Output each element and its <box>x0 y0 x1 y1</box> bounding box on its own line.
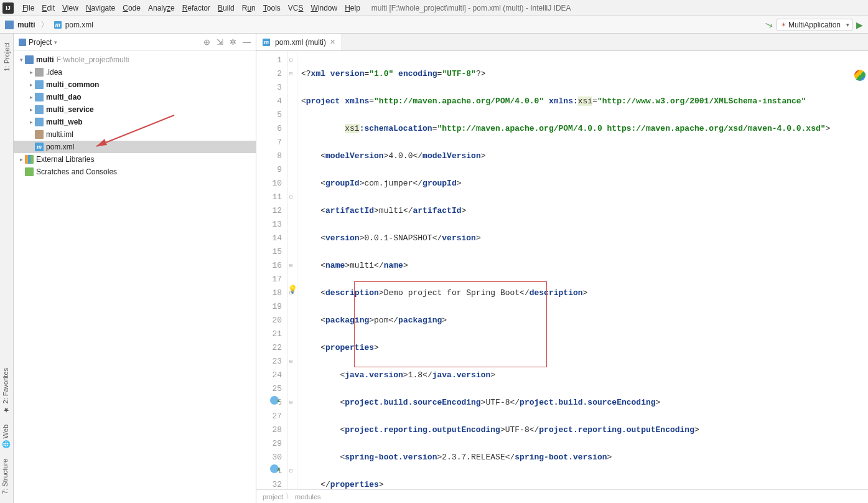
menu-vcs[interactable]: VCS <box>284 2 307 14</box>
nav-file[interactable]: pom.xml <box>65 21 93 29</box>
collapse-icon[interactable]: ⇲ <box>217 37 223 47</box>
module-icon <box>35 105 44 114</box>
tab-close-icon[interactable]: ✕ <box>330 38 335 46</box>
menu-view[interactable]: View <box>58 2 82 14</box>
menu-tools[interactable]: Tools <box>259 2 284 14</box>
tree-scratches[interactable]: Scratches and Consoles <box>14 166 256 178</box>
tree-pom-xml[interactable]: mpom.xml <box>14 141 256 153</box>
run-config-selector[interactable]: ✶ MultiApplication <box>777 19 852 31</box>
maven-file-icon: m <box>263 39 270 46</box>
rail-favorites[interactable]: ★ 2: Favorites <box>0 363 11 419</box>
tree-multi-common[interactable]: ▸multi_common <box>14 78 256 91</box>
iml-file-icon <box>35 130 44 139</box>
left-tool-rail: 1: Project ★ 2: Favorites 🌐 Web 7: Struc… <box>0 34 14 503</box>
window-title: multi [F:\whole_project\multi] - pom.xml… <box>371 4 571 12</box>
nav-project[interactable]: multi <box>17 21 35 29</box>
project-folder-icon <box>5 21 14 29</box>
hide-icon[interactable]: — <box>243 37 251 47</box>
menu-code[interactable]: Code <box>119 2 144 14</box>
tab-label: pom.xml (multi) <box>275 38 326 47</box>
menu-refactor[interactable]: Refactor <box>179 2 214 14</box>
tree-idea[interactable]: ▸.idea <box>14 66 256 78</box>
gutter-spring-icon[interactable]: ▲ <box>270 464 279 473</box>
menu-bar: IJ File Edit View Navigate Code Analyze … <box>0 0 868 16</box>
module-icon <box>35 118 44 126</box>
gutter-spring-icon[interactable]: ▲ <box>270 396 279 405</box>
project-view-icon <box>19 39 26 46</box>
nav-bar: multi 〉 m pom.xml ↘ ✶ MultiApplication ▶ <box>0 16 868 34</box>
menu-help[interactable]: Help <box>341 2 364 14</box>
crumb-separator-icon: 〉 <box>286 492 292 501</box>
project-tree[interactable]: ▾ multi F:\whole_project\multi ▸.idea ▸m… <box>14 51 256 503</box>
editor-area: m pom.xml (multi) ✕ 12345678910111213141… <box>256 34 868 503</box>
breadcrumbs[interactable]: project 〉 modules <box>256 489 868 503</box>
editor-tabs: m pom.xml (multi) ✕ <box>256 34 868 51</box>
rail-structure[interactable]: 7: Structure <box>0 454 10 499</box>
rail-project[interactable]: 1: Project <box>0 37 13 76</box>
menu-analyze[interactable]: Analyze <box>144 2 179 14</box>
tree-external-libs[interactable]: ▸External Libraries <box>14 153 256 166</box>
tree-multi-dao[interactable]: ▸multi_dao <box>14 91 256 103</box>
editor-body[interactable]: 1234567891011121314151617181920212223242… <box>256 51 868 489</box>
intention-bulb-icon[interactable]: 💡 <box>287 284 297 294</box>
dropdown-icon[interactable]: ▾ <box>54 39 57 45</box>
locate-icon[interactable]: ⊕ <box>203 37 210 47</box>
menu-run[interactable]: Run <box>238 2 259 14</box>
rail-web[interactable]: 🌐 Web <box>0 420 11 454</box>
module-icon <box>35 80 44 89</box>
fold-column[interactable]: ⊟ ⊟ ⊟ ⊞ ⊟ ⊞ ⊟ ⊟ <box>287 51 297 489</box>
tree-multi-service[interactable]: ▸multi_service <box>14 103 256 116</box>
code-area[interactable]: <?xml version="1.0" encoding="UTF-8"?> <… <box>297 51 868 489</box>
scratch-icon <box>25 167 34 176</box>
project-sidebar: Project ▾ ⊕ ⇲ ✲ — ▾ multi F:\whole_proje… <box>14 34 256 503</box>
app-icon: IJ <box>2 2 14 14</box>
build-icon[interactable]: ↘ <box>763 17 775 31</box>
spring-boot-icon: ✶ <box>781 21 786 28</box>
line-gutter: 1234567891011121314151617181920212223242… <box>256 51 287 489</box>
project-folder-icon <box>25 55 34 64</box>
breadcrumb-separator-icon: 〉 <box>40 19 49 31</box>
run-config-name: MultiApplication <box>788 21 841 29</box>
crumb-project[interactable]: project <box>263 493 283 501</box>
menu-window[interactable]: Window <box>307 2 341 14</box>
tree-multi-web[interactable]: ▸multi_web <box>14 116 256 128</box>
maven-file-icon: m <box>35 143 44 151</box>
libraries-icon <box>25 155 34 164</box>
menu-edit[interactable]: Edit <box>38 2 58 14</box>
tree-multi-iml[interactable]: multi.iml <box>14 128 256 141</box>
crumb-modules[interactable]: modules <box>295 493 321 501</box>
menu-build[interactable]: Build <box>214 2 238 14</box>
run-button-icon[interactable]: ▶ <box>856 20 863 30</box>
settings-icon[interactable]: ✲ <box>230 37 236 47</box>
sidebar-title[interactable]: Project <box>29 38 52 47</box>
module-icon <box>35 93 44 101</box>
maven-file-icon: m <box>54 21 62 29</box>
tree-root[interactable]: ▾ multi F:\whole_project\multi <box>14 54 256 66</box>
folder-icon <box>35 68 44 77</box>
menu-file[interactable]: File <box>19 2 38 14</box>
menu-navigate[interactable]: Navigate <box>82 2 119 14</box>
editor-tab-pom[interactable]: m pom.xml (multi) ✕ <box>256 34 342 50</box>
